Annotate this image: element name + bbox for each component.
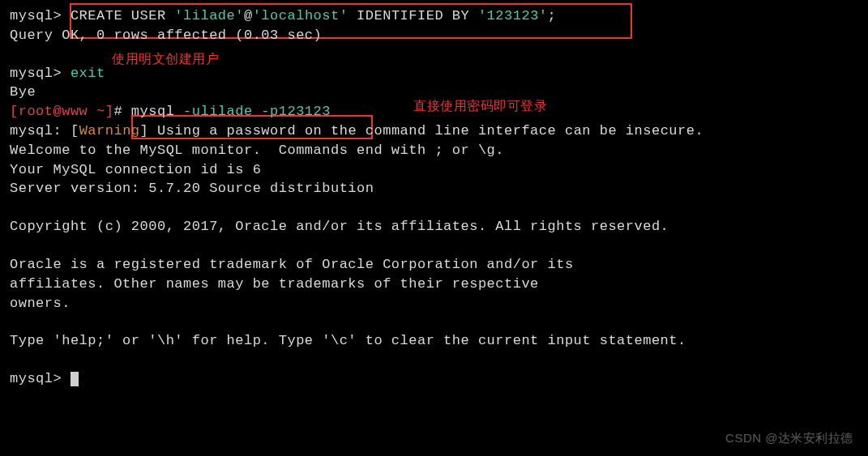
terminal-output: Query OK, 0 rows affected (0.03 sec) xyxy=(10,26,858,45)
terminal-output: Your MySQL connection id is 6 xyxy=(10,160,858,180)
warning-label: Warning xyxy=(79,123,140,139)
cursor-icon xyxy=(71,372,79,386)
mysql-prompt: mysql> xyxy=(10,66,71,81)
sql-keyword: IDENTIFIED BY xyxy=(348,8,478,23)
mysql-prompt: mysql> xyxy=(10,8,71,23)
shell-args: -ulilade -p123123 xyxy=(183,104,331,119)
terminal-output: mysql: [Warning] Using a password on the… xyxy=(10,121,858,141)
terminal-line: [root@www ~]# mysql -ulilade -p123123 xyxy=(10,102,858,121)
terminal-output: Bye xyxy=(10,83,858,102)
sql-string: '123123' xyxy=(478,8,548,23)
sql-command: exit xyxy=(71,66,105,81)
terminal-line: mysql> exit xyxy=(10,64,858,83)
terminal-output: owners. xyxy=(10,294,858,313)
terminal-output: Welcome to the MySQL monitor. Commands e… xyxy=(10,141,858,160)
sql-keyword: CREATE USER xyxy=(71,8,174,23)
shell-command: mysql xyxy=(131,104,183,119)
watermark: CSDN @达米安利拉德 xyxy=(725,429,853,446)
sql-string: 'lilade' xyxy=(174,8,244,23)
mysql-prompt: mysql> xyxy=(10,371,71,386)
terminal-output: Copyright (c) 2000, 2017, Oracle and/or … xyxy=(10,217,858,237)
terminal-line: mysql> CREATE USER 'lilade'@'localhost' … xyxy=(10,6,858,26)
terminal-output: Oracle is a registered trademark of Orac… xyxy=(10,255,858,275)
sql-string: 'localhost' xyxy=(253,8,348,23)
terminal-output: affiliates. Other names may be trademark… xyxy=(10,275,858,294)
terminal-input-line[interactable]: mysql> xyxy=(10,369,858,389)
terminal-output: Type 'help;' or '\h' for help. Type '\c'… xyxy=(10,331,858,351)
shell-prompt-root: [root@www ~] xyxy=(10,104,113,119)
terminal-output: Server version: 5.7.20 Source distributi… xyxy=(10,179,858,198)
